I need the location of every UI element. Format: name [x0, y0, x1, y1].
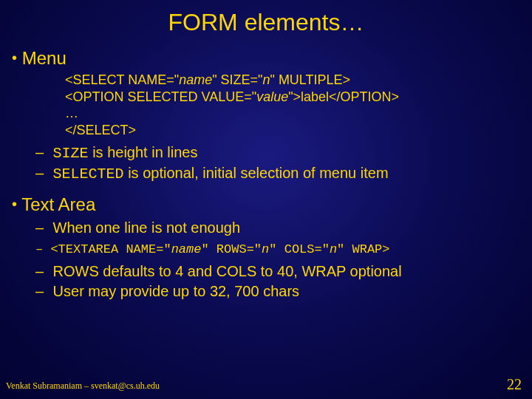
- code-line: …: [65, 105, 526, 122]
- code-text: " ROWS=": [201, 242, 262, 256]
- bullet-menu-label: Menu: [22, 48, 66, 68]
- sub-text: User may provide up to 32, 700 chars: [53, 283, 300, 299]
- slide-title: FORM elements…: [0, 0, 532, 42]
- sub-chars: – User may provide up to 32, 700 chars: [35, 282, 526, 301]
- sub-oneline: – When one line is not enough: [35, 218, 526, 238]
- dash-icon: –: [35, 242, 50, 256]
- sub-text: is height in lines: [89, 144, 198, 160]
- bullet-dot-icon: •: [12, 50, 17, 66]
- code-line: <SELECT NAME="name" SIZE="n" MULTIPLE>: [65, 72, 526, 89]
- code-text: ">label</OPTION>: [288, 89, 399, 104]
- code-line: </SELECT>: [65, 122, 526, 139]
- dash-icon: –: [35, 163, 49, 183]
- bullet-menu: • Menu: [12, 48, 526, 69]
- sub-text: ROWS defaults to 4 and COLS to 40, WRAP …: [53, 263, 402, 279]
- sub-text: is optional, initial selection of menu i…: [124, 165, 389, 181]
- slide-body: • Menu <SELECT NAME="name" SIZE="n" MULT…: [0, 48, 532, 301]
- dash-icon: –: [35, 262, 49, 282]
- sub-text: When one line is not enough: [53, 219, 241, 236]
- code-textarea-line: – <TEXTAREA NAME="name" ROWS="n" COLS="n…: [35, 241, 526, 259]
- sub-rows: – ROWS defaults to 4 and COLS to 40, WRA…: [35, 262, 526, 282]
- code-select-block: <SELECT NAME="name" SIZE="n" MULTIPLE> <…: [65, 72, 526, 138]
- code-text: " MULTIPLE>: [270, 72, 350, 87]
- code-text: " COLS=": [269, 242, 330, 256]
- bullet-textarea: • Text Area: [12, 194, 526, 215]
- code-italic: value: [256, 89, 288, 104]
- code-italic: n: [330, 242, 337, 256]
- bullet-textarea-label: Text Area: [21, 194, 95, 214]
- code-inline: SIZE: [53, 145, 89, 162]
- dash-icon: –: [35, 282, 49, 301]
- code-italic: n: [262, 72, 270, 87]
- code-italic: name: [171, 242, 202, 256]
- code-text: <OPTION SELECTED VALUE=": [65, 89, 256, 104]
- dash-icon: –: [35, 143, 49, 163]
- code-line: <OPTION SELECTED VALUE="value">label</OP…: [65, 89, 526, 106]
- code-text: <SELECT NAME=": [65, 72, 179, 87]
- code-italic: n: [262, 242, 269, 256]
- dash-icon: –: [35, 218, 49, 238]
- footer-author: Venkat Subramaniam – svenkat@cs.uh.edu: [6, 381, 160, 392]
- code-text: " SIZE=": [212, 72, 262, 87]
- sub-selected: – SELECTED is optional, initial selectio…: [35, 163, 526, 184]
- code-text: " WRAP>: [337, 242, 389, 256]
- sub-size: – SIZE is height in lines: [35, 143, 526, 163]
- bullet-dot-icon: •: [12, 196, 17, 212]
- code-text: <TEXTAREA NAME=": [50, 242, 171, 256]
- slide-number: 22: [507, 376, 522, 393]
- code-inline: SELECTED: [53, 166, 124, 183]
- code-italic: name: [179, 72, 212, 87]
